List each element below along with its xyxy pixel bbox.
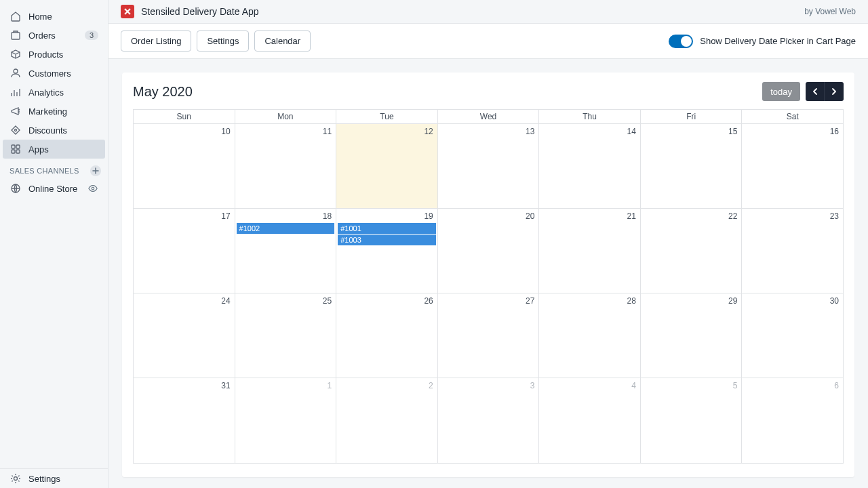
calendar-cell[interactable]: 26: [336, 293, 438, 378]
day-header-wed: Wed: [438, 110, 540, 123]
calendar-date: 10: [135, 125, 233, 138]
sidebar-item-online-store[interactable]: Online Store: [3, 179, 105, 198]
calendar-date: 3: [439, 380, 538, 392]
calendar-cell[interactable]: 27: [438, 293, 540, 378]
svg-rect-6: [16, 150, 20, 153]
prev-month-button[interactable]: [806, 82, 825, 101]
sidebar-item-home[interactable]: Home: [3, 7, 105, 26]
view-store-icon[interactable]: [87, 183, 98, 194]
sidebar-item-orders[interactable]: Orders3: [3, 26, 105, 45]
app-icon: [121, 5, 134, 18]
next-month-button[interactable]: [825, 82, 844, 101]
delivery-date-toggle[interactable]: [669, 35, 693, 48]
settings-button[interactable]: Settings: [197, 30, 249, 52]
calendar-date: 17: [135, 210, 233, 222]
calendar-date: 24: [135, 295, 233, 307]
orders-badge: 3: [85, 30, 98, 40]
calendar-cell[interactable]: 13: [438, 124, 540, 208]
svg-rect-5: [12, 150, 15, 153]
sidebar-item-analytics[interactable]: Analytics: [3, 83, 105, 102]
day-header-sat: Sat: [742, 110, 843, 123]
sales-channels-label: SALES CHANNELS: [9, 167, 79, 175]
calendar-date: 31: [135, 380, 233, 392]
calendar-event[interactable]: #1002: [237, 223, 335, 234]
calendar-date: 15: [642, 125, 741, 138]
orders-icon: [9, 29, 22, 41]
today-button[interactable]: today: [762, 82, 800, 101]
calendar-date: 5: [642, 380, 741, 392]
calendar-cell[interactable]: 11: [235, 124, 337, 208]
toggle-label: Show Delivery Date Picker in Cart Page: [700, 36, 856, 46]
calendar-cell[interactable]: 21: [539, 209, 641, 293]
calendar-cell[interactable]: 3: [438, 378, 540, 463]
sidebar-item-label: Online Store: [28, 184, 87, 194]
calendar-date: 28: [540, 295, 639, 307]
calendar-card: May 2020 today Sun: [122, 73, 854, 477]
sidebar-nav: HomeOrders3ProductsCustomersAnalyticsMar…: [0, 7, 108, 468]
calendar-week: 10111213141516: [134, 124, 843, 209]
calendar-cell[interactable]: 17: [134, 209, 235, 293]
calendar-date: 27: [439, 295, 538, 307]
calendar-date: 13: [439, 125, 538, 138]
products-icon: [9, 48, 22, 60]
calendar-cell[interactable]: 15: [641, 124, 743, 208]
calendar-cell[interactable]: 31: [134, 378, 235, 463]
calendar-title: May 2020: [133, 84, 762, 100]
calendar-date: 26: [338, 295, 436, 307]
discounts-icon: [9, 124, 22, 136]
calendar-date: 19: [338, 210, 436, 222]
svg-point-1: [14, 69, 18, 73]
calendar-date: 1: [237, 380, 335, 392]
sidebar-item-label: Apps: [28, 144, 98, 155]
calendar-cell[interactable]: 2: [336, 378, 438, 463]
day-header-tue: Tue: [336, 110, 438, 123]
calendar-event[interactable]: #1003: [338, 235, 436, 245]
sidebar-item-products[interactable]: Products: [3, 45, 105, 64]
calendar-cell[interactable]: 10: [134, 124, 235, 208]
calendar-cell[interactable]: 16: [742, 124, 843, 208]
calendar-cell[interactable]: 1: [235, 378, 337, 463]
calendar-cell[interactable]: 28: [539, 293, 641, 378]
day-header-fri: Fri: [641, 110, 743, 123]
marketing-icon: [9, 105, 22, 117]
sidebar-item-settings[interactable]: Settings: [3, 469, 105, 488]
sidebar-item-label: Orders: [28, 30, 85, 41]
day-header-thu: Thu: [539, 110, 641, 123]
calendar-cell[interactable]: 23: [742, 209, 843, 293]
sidebar-item-customers[interactable]: Customers: [3, 64, 105, 83]
calendar-week: 1718#100219#1001#100320212223: [134, 209, 843, 293]
sidebar-item-marketing[interactable]: Marketing: [3, 102, 105, 121]
calendar-cell[interactable]: 19#1001#1003: [336, 209, 438, 293]
store-icon: [9, 182, 22, 195]
sidebar-item-label: Customers: [28, 68, 98, 79]
calendar-cell[interactable]: 22: [641, 209, 743, 293]
calendar-date: 16: [743, 125, 842, 138]
calendar-cell[interactable]: 4: [539, 378, 641, 463]
calendar-cell[interactable]: 14: [539, 124, 641, 208]
calendar-cell[interactable]: 30: [742, 293, 843, 378]
calendar-cell[interactable]: 18#1002: [235, 209, 337, 293]
calendar-grid: SunMonTueWedThuFriSat 101112131415161718…: [133, 109, 844, 464]
calendar-cell[interactable]: 20: [438, 209, 540, 293]
calendar-cell[interactable]: 6: [742, 378, 843, 463]
calendar-event[interactable]: #1001: [338, 223, 436, 234]
day-header-mon: Mon: [235, 110, 337, 123]
calendar-cell[interactable]: 12: [336, 124, 438, 208]
toolbar: Order Listing Settings Calendar Show Del…: [108, 23, 868, 59]
sidebar-item-label: Analytics: [28, 87, 98, 98]
calendar-cell[interactable]: 5: [641, 378, 743, 463]
calendar-cell[interactable]: 24: [134, 293, 235, 378]
calendar-cell[interactable]: 25: [235, 293, 337, 378]
svg-point-9: [14, 477, 18, 481]
order-listing-button[interactable]: Order Listing: [121, 30, 191, 52]
gear-icon: [9, 472, 22, 485]
calendar-week: 24252627282930: [134, 293, 843, 378]
add-channel-icon[interactable]: [90, 165, 101, 176]
calendar-button[interactable]: Calendar: [254, 30, 311, 52]
sidebar-item-discounts[interactable]: Discounts: [3, 121, 105, 140]
svg-rect-3: [12, 145, 15, 148]
sidebar-item-apps[interactable]: Apps: [3, 140, 105, 159]
calendar-cell[interactable]: 29: [641, 293, 743, 378]
calendar-date: 25: [237, 295, 335, 307]
app-title: Stensiled Delivery Date App: [141, 6, 804, 17]
